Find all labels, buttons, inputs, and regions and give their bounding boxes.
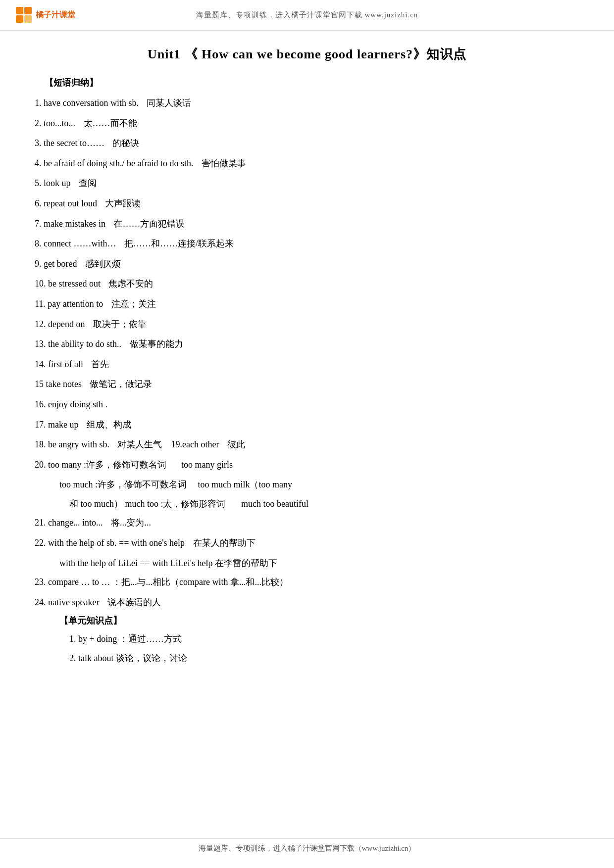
list-item: 15 take notes 做笔记，做记录 [30,377,584,392]
phrase-num: 11. [35,299,46,309]
phrase-en: take notes [46,379,82,389]
list-item: 8. connect ……with… 把……和……连接/联系起来 [30,236,584,251]
phrase-en: connect ……with… [44,239,116,248]
svg-rect-0 [16,7,23,14]
list-item: 7. make mistakes in 在……方面犯错误 [30,216,584,232]
sub-phrase-text: too much :许多，修饰不可数名词 [59,480,187,489]
phrase-list-2: 21. change... into... 将...变为... 22. with… [30,515,584,550]
phrase-num: 24. [35,597,46,607]
phrase-en: repeat out loud [44,198,97,208]
phrase-zh: 大声跟读 [105,198,141,208]
phrase-num: 5. [35,178,42,188]
list-item: 21. change... into... 将...变为... [30,515,584,530]
footer-text: 海量题库、专项训练，进入橘子汁课堂官网下载（www.juzizhi.cn） [199,844,416,852]
phrase-num: 8. [35,239,42,248]
phrase-num: 23. [35,577,46,587]
phrase-num: 21. [35,518,46,528]
phrase-en: the secret to…… [44,138,104,148]
phrase-zh: 的秘诀 [112,138,139,148]
phrase-en: change... into... [48,518,102,528]
phrase-en: make mistakes in [44,219,105,229]
phrase-num: 17. [35,420,46,430]
section1-header: 【短语归纳】 [45,77,584,89]
phrase-zh: 首先 [91,359,109,369]
phrase-en: native speaker [48,597,99,607]
phrase-num: 14. [35,359,46,369]
list-item: 1. have conversation with sb. 同某人谈话 [30,96,584,111]
page-title: Unit1 《 How can we become good learners?… [30,46,584,63]
phrase-num: 15 [35,379,44,389]
list-item: 4. be afraid of doing sth./ be afraid to… [30,156,584,171]
phrase-en: look up [44,178,71,188]
phrase-zh: 做某事的能力 [130,339,183,349]
phrase-num: 10. [35,279,46,289]
list-item: 3. the secret to…… 的秘诀 [30,136,584,151]
phrase-zh: 做笔记，做记录 [90,379,152,389]
phrase-zh: 说本族语的人 [107,597,161,607]
phrase-zh: 将...变为... [111,518,151,528]
list-item: 14. first of all 首先 [30,357,584,372]
list-item: 10. be stressed out 焦虑不安的 [30,276,584,291]
main-content: Unit1 《 How can we become good learners?… [0,31,614,700]
list-item: 13. the ability to do sth.. 做某事的能力 [30,337,584,352]
phrase-zh: 焦虑不安的 [108,279,153,289]
header: 橘子汁课堂 海量题库、专项训练，进入橘子汁课堂官网下载 www.juzizhi.… [0,0,614,31]
phrase-zh: 太……而不能 [84,118,137,128]
phrase-zh: too many girls [175,460,233,470]
svg-rect-2 [16,15,23,23]
sub-phrase-example: much too beautiful [228,499,308,509]
phrase-num: 20. [35,460,46,470]
phrase-en: get bored [44,259,77,269]
logo-area: 橘子汁课堂 [15,6,75,24]
phrase-zh: 组成、构成 [87,420,131,430]
phrase-num: 2. [69,653,76,663]
phrase-en: first of all [48,359,83,369]
phrase-num: 1. [69,634,76,644]
footer: 海量题库、专项训练，进入橘子汁课堂官网下载（www.juzizhi.cn） [0,838,614,858]
phrase-en: enjoy doing sth . [48,399,107,409]
list-item: 24. native speaker 说本族语的人 [30,595,584,610]
phrase-en: be angry with sb. [48,439,109,449]
phrase-en: pay attention to [48,299,103,309]
phrase-num: 13. [35,339,46,349]
phrase-en: be afraid of doing sth./ be afraid to do… [44,158,193,168]
list-item: 23. compare … to … ：把...与...相比（compare w… [30,575,584,590]
phrase-zh: 在……方面犯错误 [113,219,185,229]
phrase-zh: 注意；关注 [111,299,156,309]
header-tagline: 海量题库、专项训练，进入橘子汁课堂官网下载 www.juzizhi.cn [196,10,418,20]
phrase-en: talk about 谈论，议论，讨论 [78,653,187,663]
phrase-zh: 查阅 [79,178,97,188]
sub-phrase-item: 和 too much） much too :太，修饰形容词 much too b… [30,496,584,512]
phrase-zh: 害怕做某事 [202,158,246,168]
phrase-num: 18. [35,439,46,449]
phrase-list-3: 23. compare … to … ：把...与...相比（compare w… [30,575,584,610]
phrase-zh: 同某人谈话 [147,98,191,108]
phrase-extra-en: 19.each other [164,439,219,449]
list-item: 9. get bored 感到厌烦 [30,256,584,272]
phrase-en: be stressed out [48,279,101,289]
phrase-num: 7. [35,219,42,229]
sub-phrase-text: with the help of LiLei == with LiLei's h… [59,558,277,568]
phrase-num: 16. [35,399,46,409]
list-item: 2. too...to... 太……而不能 [30,116,584,131]
phrase-list: 1. have conversation with sb. 同某人谈话 2. t… [30,96,584,472]
list-item: 18. be angry with sb. 对某人生气 19.each othe… [30,437,584,452]
sub-phrase-example: too much milk（too many [189,480,293,489]
list-item: 16. enjoy doing sth . [30,397,584,412]
sub-phrase-text: 和 too much） much too :太，修饰形容词 [69,499,225,509]
list-item: 1. by + doing ：通过……方式 [30,631,584,647]
sub-phrase-22: with the help of LiLei == with LiLei's h… [30,556,584,571]
phrase-zh: 取决于；依靠 [93,319,147,329]
list-item: 12. depend on 取决于；依靠 [30,317,584,332]
phrase-num: 9. [35,259,42,269]
phrase-en: too many :许多，修饰可数名词 [48,460,166,470]
phrase-zh: 感到厌烦 [85,259,121,269]
phrase-en: by + doing ：通过……方式 [78,634,182,644]
phrase-extra-zh: 彼此 [227,439,245,449]
phrase-en: with the help of sb. == with one's help [48,538,185,548]
list-item: 2. talk about 谈论，议论，讨论 [30,651,584,666]
logo-text: 橘子汁课堂 [36,10,75,20]
logo-icon [15,6,33,24]
phrase-num: 4. [35,158,42,168]
phrase-zh: 把……和……连接/联系起来 [124,239,234,248]
